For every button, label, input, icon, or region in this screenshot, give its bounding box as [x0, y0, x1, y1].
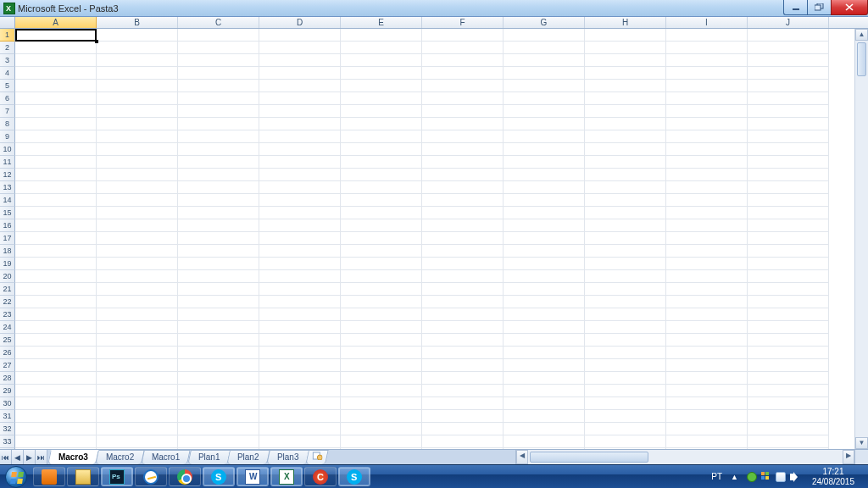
column-header-G[interactable]: G	[504, 17, 585, 28]
cell-D12[interactable]	[259, 169, 341, 181]
cell-I12[interactable]	[666, 169, 748, 181]
row-header-26[interactable]: 26	[0, 347, 15, 359]
column-header-I[interactable]: I	[666, 17, 748, 28]
scroll-left-button[interactable]: ◀	[516, 450, 528, 464]
cell-B25[interactable]	[97, 334, 178, 347]
cell-A19[interactable]	[15, 258, 97, 270]
cell-J16[interactable]	[748, 219, 829, 232]
hscroll-track[interactable]	[528, 450, 843, 464]
cell-C14[interactable]	[178, 194, 259, 207]
cell-I5[interactable]	[666, 80, 748, 92]
cell-B9[interactable]	[97, 130, 178, 143]
cell-B19[interactable]	[97, 258, 178, 270]
column-header-B[interactable]: B	[97, 17, 178, 28]
cell-E9[interactable]	[341, 130, 422, 143]
column-header-J[interactable]: J	[748, 17, 829, 28]
cell-C20[interactable]	[178, 270, 259, 283]
cell-I32[interactable]	[666, 423, 748, 435]
cell-G1[interactable]	[504, 29, 585, 42]
cell-C7[interactable]	[178, 105, 259, 118]
row-header-20[interactable]: 20	[0, 270, 15, 283]
cell-C33[interactable]	[178, 435, 259, 448]
cell-H15[interactable]	[585, 207, 666, 219]
cell-A27[interactable]	[15, 359, 97, 372]
cell-D29[interactable]	[259, 385, 341, 397]
row-header-14[interactable]: 14	[0, 194, 15, 207]
cell-C8[interactable]	[178, 118, 259, 130]
tab-last-button[interactable]: ⏭	[36, 450, 47, 464]
cell-G14[interactable]	[504, 194, 585, 207]
cell-B33[interactable]	[97, 435, 178, 448]
cell-A20[interactable]	[15, 270, 97, 283]
cell-G6[interactable]	[504, 92, 585, 105]
tab-next-button[interactable]: ▶	[24, 450, 36, 464]
cell-A3[interactable]	[15, 54, 97, 67]
cell-B23[interactable]	[97, 308, 178, 321]
cell-I30[interactable]	[666, 397, 748, 410]
cell-J7[interactable]	[748, 105, 829, 118]
cell-A1[interactable]	[15, 29, 97, 42]
cell-J9[interactable]	[748, 130, 829, 143]
cell-A22[interactable]	[15, 296, 97, 308]
cell-A17[interactable]	[15, 232, 97, 245]
cell-E18[interactable]	[341, 245, 422, 258]
cell-B32[interactable]	[97, 423, 178, 435]
row-header-33[interactable]: 33	[0, 435, 15, 448]
cell-G16[interactable]	[504, 219, 585, 232]
taskbar-ccleaner[interactable]	[304, 467, 337, 486]
row-header-25[interactable]: 25	[0, 334, 15, 347]
cell-H8[interactable]	[585, 118, 666, 130]
row-header-30[interactable]: 30	[0, 397, 15, 410]
column-header-D[interactable]: D	[259, 17, 341, 28]
cell-B6[interactable]	[97, 92, 178, 105]
cell-C3[interactable]	[178, 54, 259, 67]
cell-C18[interactable]	[178, 245, 259, 258]
cell-J25[interactable]	[748, 334, 829, 347]
cell-I17[interactable]	[666, 232, 748, 245]
cell-G12[interactable]	[504, 169, 585, 181]
cell-D20[interactable]	[259, 270, 341, 283]
cell-I7[interactable]	[666, 105, 748, 118]
cell-J2[interactable]	[748, 42, 829, 54]
row-header-7[interactable]: 7	[0, 105, 15, 118]
cell-H23[interactable]	[585, 308, 666, 321]
cell-G29[interactable]	[504, 385, 585, 397]
cell-H20[interactable]	[585, 270, 666, 283]
row-header-12[interactable]: 12	[0, 169, 15, 181]
cell-B27[interactable]	[97, 359, 178, 372]
cell-G19[interactable]	[504, 258, 585, 270]
cell-H14[interactable]	[585, 194, 666, 207]
cell-B1[interactable]	[97, 29, 178, 42]
cell-F13[interactable]	[422, 181, 504, 194]
cell-F22[interactable]	[422, 296, 504, 308]
cell-A15[interactable]	[15, 207, 97, 219]
cell-A25[interactable]	[15, 334, 97, 347]
cell-J1[interactable]	[748, 29, 829, 42]
cell-I23[interactable]	[666, 308, 748, 321]
cell-B13[interactable]	[97, 181, 178, 194]
cell-J33[interactable]	[748, 435, 829, 448]
cell-D31[interactable]	[259, 410, 341, 423]
cell-B5[interactable]	[97, 80, 178, 92]
cell-C25[interactable]	[178, 334, 259, 347]
cell-A29[interactable]	[15, 385, 97, 397]
cell-J24[interactable]	[748, 321, 829, 334]
cell-E4[interactable]	[341, 67, 422, 80]
cell-C5[interactable]	[178, 80, 259, 92]
cell-C30[interactable]	[178, 397, 259, 410]
cell-E22[interactable]	[341, 296, 422, 308]
cell-G18[interactable]	[504, 245, 585, 258]
cell-A21[interactable]	[15, 283, 97, 296]
cell-E32[interactable]	[341, 423, 422, 435]
column-header-C[interactable]: C	[178, 17, 259, 28]
cell-G9[interactable]	[504, 130, 585, 143]
vscroll-thumb[interactable]	[857, 42, 866, 76]
close-button[interactable]	[831, 0, 868, 15]
cell-A8[interactable]	[15, 118, 97, 130]
cell-J21[interactable]	[748, 283, 829, 296]
cell-H2[interactable]	[585, 42, 666, 54]
cell-H6[interactable]	[585, 92, 666, 105]
cell-B30[interactable]	[97, 397, 178, 410]
cell-A13[interactable]	[15, 181, 97, 194]
cell-D23[interactable]	[259, 308, 341, 321]
